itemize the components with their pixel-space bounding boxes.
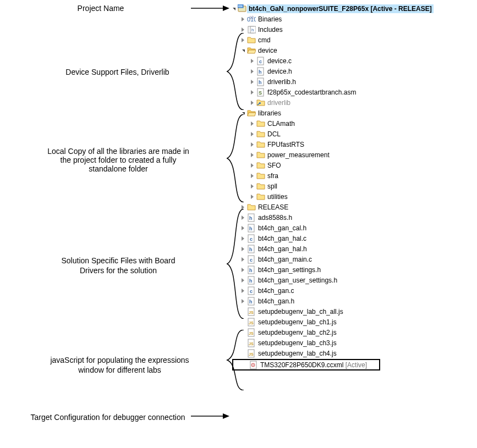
annotation-javascript: javaScript for populating the expression… — [44, 355, 195, 375]
svg-text:h: h — [259, 80, 262, 85]
expander-icon[interactable] — [249, 131, 255, 137]
label-gan-hal-h: bt4ch_gan_hal.h — [258, 245, 307, 253]
tree-item-driverlib-folder[interactable]: driverlib — [230, 97, 472, 108]
tree-item-gan-c[interactable]: c bt4ch_gan.c — [230, 285, 472, 296]
expander-icon[interactable] — [239, 256, 246, 263]
expander-icon[interactable] — [239, 287, 246, 294]
tree-item-sfo[interactable]: SFO — [230, 160, 472, 170]
expander-none — [239, 308, 246, 315]
expander-icon[interactable] — [239, 267, 246, 273]
folder-open-icon — [247, 46, 256, 55]
expander-icon[interactable] — [239, 225, 246, 231]
c-file-icon: c — [256, 57, 265, 65]
tree-item-cmd[interactable]: cmd — [230, 35, 472, 45]
tree-item-dcl[interactable]: DCL — [230, 129, 472, 139]
svg-text:h: h — [249, 299, 253, 305]
tree-item-asm[interactable]: S f28p65x_codestartbranch.asm — [230, 87, 472, 97]
js-file-icon: JS — [247, 339, 256, 347]
label-js-ch2: setupdebugenv_lab_ch2.js — [258, 329, 337, 336]
annotation-device-support: Device Support Files, Driverlib — [56, 68, 179, 76]
label-sfo: SFO — [267, 162, 281, 169]
tree-item-libraries[interactable]: libraries — [230, 108, 472, 118]
expander-icon[interactable] — [239, 298, 246, 305]
tree-item-gan-h[interactable]: h bt4ch_gan.h — [230, 296, 472, 306]
svg-marker-3 — [223, 413, 229, 419]
expander-icon[interactable] — [239, 214, 246, 221]
expander-icon[interactable] — [249, 79, 255, 85]
expander-icon[interactable] — [249, 152, 255, 158]
expander-icon[interactable] — [230, 5, 237, 12]
tree-item-driverlib-h[interactable]: h driverlib.h — [230, 76, 472, 87]
expander-icon[interactable] — [249, 193, 255, 200]
expander-icon[interactable] — [249, 173, 255, 179]
label-gan-h: bt4ch_gan.h — [258, 297, 294, 305]
expander-icon[interactable] — [239, 277, 246, 284]
tree-item-gan-main-c[interactable]: c bt4ch_gan_main.c — [230, 254, 472, 264]
svg-text:h: h — [249, 226, 253, 231]
svg-text:h: h — [259, 69, 262, 75]
tree-item-js-ch3[interactable]: JS setupdebugenv_lab_ch3.js — [230, 338, 472, 348]
tree-item-clamath[interactable]: CLAmath — [230, 118, 472, 129]
expander-icon[interactable] — [249, 120, 255, 127]
tree-item-fpufastrts[interactable]: FPUfastRTS — [230, 139, 472, 150]
h-file-icon: h — [247, 224, 256, 233]
label-driverlib-folder: driverlib — [267, 99, 290, 107]
expander-icon[interactable] — [249, 68, 255, 75]
expander-icon[interactable] — [239, 37, 246, 43]
expander-icon[interactable] — [239, 16, 246, 23]
project-label[interactable]: bt4ch_GaN_nonpowerSUITE_F28P65x [Active … — [247, 4, 434, 13]
tree-item-gan-hal-c[interactable]: c bt4ch_gan_hal.c — [230, 233, 472, 244]
expander-icon[interactable] — [249, 58, 255, 64]
svg-text:10: 10 — [249, 15, 254, 19]
tree-item-device-c[interactable]: c device.c — [230, 56, 472, 66]
expander-icon[interactable] — [239, 204, 246, 211]
folder-icon — [256, 182, 265, 191]
ccs-project-icon: ccs — [238, 4, 246, 13]
tree-item-gan-user-h[interactable]: h bt4ch_gan_user_settings.h — [230, 275, 472, 285]
tree-item-release[interactable]: RELEASE — [230, 202, 472, 212]
tree-item-spll[interactable]: spll — [230, 181, 472, 191]
label-release: RELEASE — [258, 203, 288, 211]
label-asm: f28p65x_codestartbranch.asm — [267, 89, 356, 96]
tree-item-binaries[interactable]: 01010 Binaries — [230, 14, 472, 24]
tree-item-sfra[interactable]: sfra — [230, 170, 472, 181]
expander-icon[interactable] — [239, 26, 246, 33]
tree-item-power-measurement[interactable]: power_measurement — [230, 150, 472, 160]
h-file-icon: h — [247, 245, 256, 253]
expander-icon[interactable] — [249, 89, 255, 96]
tree-item-ccxml-row: TMS320F28P650DK9.ccxml [Active] — [230, 358, 472, 371]
tree-item-js-ch4[interactable]: JS setupdebugenv_lab_ch4.js — [230, 348, 472, 358]
label-fpufastrts: FPUfastRTS — [267, 141, 304, 148]
tree-item-gan-settings-h[interactable]: h bt4ch_gan_settings.h — [230, 264, 472, 275]
expander-icon[interactable] — [249, 183, 255, 190]
expander-icon[interactable] — [249, 162, 255, 169]
tree-item-js-all[interactable]: JS setupdebugenv_lab_ch_all.js — [230, 306, 472, 317]
svg-text:c: c — [250, 289, 253, 294]
svg-text:h: h — [251, 27, 254, 32]
tree-item-gan-hal-h[interactable]: h bt4ch_gan_hal.h — [230, 244, 472, 254]
arrow-target-config — [191, 411, 231, 421]
js-file-icon: JS — [247, 328, 256, 337]
expander-icon[interactable] — [239, 47, 246, 54]
arrow-project-name — [191, 3, 231, 13]
expander-icon[interactable] — [249, 99, 255, 106]
expander-icon[interactable] — [239, 246, 246, 252]
tree-item-ccxml[interactable]: TMS320F28P650DK9.ccxml [Active] — [260, 361, 367, 369]
tree-item-utilities[interactable]: utilities — [230, 191, 472, 202]
js-file-icon: JS — [247, 349, 256, 358]
label-gan-hal-c: bt4ch_gan_hal.c — [258, 235, 306, 242]
tree-item-js-ch2[interactable]: JS setupdebugenv_lab_ch2.js — [230, 327, 472, 338]
tree-item-device[interactable]: device — [230, 45, 472, 56]
label-gan-settings-h: bt4ch_gan_settings.h — [258, 266, 321, 274]
tree-item-includes[interactable]: h Includes — [230, 24, 472, 35]
tree-item-gan-cal-h[interactable]: h bt4ch_gan_cal.h — [230, 223, 472, 233]
expander-icon[interactable] — [239, 110, 246, 117]
expander-icon[interactable] — [239, 235, 246, 242]
tree-item-device-h[interactable]: h device.h — [230, 66, 472, 76]
project-root[interactable]: ccs bt4ch_GaN_nonpowerSUITE_F28P65x [Act… — [230, 3, 472, 14]
folder-icon — [256, 172, 265, 180]
tree-item-js-ch1[interactable]: JS setupdebugenv_lab_ch1.js — [230, 317, 472, 327]
label-device-h: device.h — [267, 68, 292, 75]
tree-item-ads8588s[interactable]: h ads8588s.h — [230, 212, 472, 223]
expander-icon[interactable] — [249, 141, 255, 148]
